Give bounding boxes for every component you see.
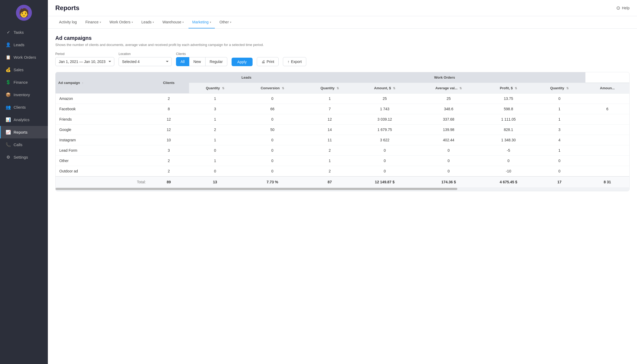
cell-campaign: Amazon: [56, 94, 148, 104]
cell-campaign: Facebook: [56, 104, 148, 114]
col-wo-avg: Average val... ⇅: [414, 83, 483, 94]
sidebar-item-leads[interactable]: 👤Leads: [0, 39, 48, 51]
cell-wo-amount: 25: [356, 94, 414, 104]
sidebar-item-analytics[interactable]: 📊Analytics: [0, 113, 48, 126]
tab-work-orders[interactable]: Work Orders▾: [106, 16, 137, 28]
sidebar-item-sales[interactable]: 💰Sales: [0, 64, 48, 76]
export-button[interactable]: ↑ Export: [283, 57, 306, 66]
cell-extra-amount: [585, 125, 629, 135]
section-description: Shows the number of clients and document…: [55, 43, 630, 47]
sidebar-item-label: Tasks: [14, 30, 24, 35]
col-header-campaign: Ad campaign ↑: [56, 72, 148, 94]
cell-clients: 2: [148, 156, 189, 166]
clients-label: Clients: [176, 52, 227, 56]
cell-wo-qty: 11: [304, 135, 356, 145]
cell-leads-qty: 0: [189, 166, 241, 177]
tab-finance[interactable]: Finance▾: [82, 16, 105, 28]
cell-leads-conv: 0: [241, 145, 304, 156]
cell-clients: 10: [148, 135, 189, 145]
cell-wo-avg: 139.98: [414, 125, 483, 135]
sidebar-item-reports[interactable]: 📈Reports: [0, 126, 48, 138]
cell-wo-amount: 3 039.12: [356, 114, 414, 125]
avatar: 🧑: [16, 5, 32, 21]
sidebar-item-work-orders[interactable]: 📋Work Orders: [0, 51, 48, 64]
cell-wo-avg: 0: [414, 156, 483, 166]
cell-wo-avg: 337.68: [414, 114, 483, 125]
cell-extra-qty: 1: [534, 104, 585, 114]
chevron-down-icon: ▾: [182, 21, 184, 24]
total-extra-qty: 17: [534, 176, 585, 187]
total-wo-avg: 174.36 $: [414, 176, 483, 187]
table-row: Instagram 10 1 0 11 3 622 402.44 1 348.3…: [56, 135, 629, 145]
cell-campaign: Instagram: [56, 135, 148, 145]
chevron-down-icon: ▾: [210, 21, 211, 24]
filters-row: Period Jan 1, 2021 — Jan 10, 2023 Locati…: [55, 52, 630, 66]
sort-icon-campaign[interactable]: ↑: [82, 81, 83, 84]
cell-campaign: Outdoor ad: [56, 166, 148, 177]
cell-campaign: Friends: [56, 114, 148, 125]
sidebar-item-inventory[interactable]: 📦Inventory: [0, 88, 48, 101]
sidebar-item-label: Clients: [14, 105, 26, 109]
cell-campaign: Google: [56, 125, 148, 135]
cell-clients: 2: [148, 166, 189, 177]
sidebar-item-label: Settings: [14, 155, 28, 159]
sidebar-item-label: Analytics: [14, 117, 30, 122]
print-button[interactable]: 🖨 Print: [257, 57, 279, 66]
total-wo-amount: 12 149.87 $: [356, 176, 414, 187]
tab-other[interactable]: Other▾: [216, 16, 235, 28]
sidebar-item-finance[interactable]: 💲Finance: [0, 76, 48, 88]
client-btn-regular[interactable]: Regular: [206, 57, 227, 66]
cell-leads-conv: 50: [241, 125, 304, 135]
tab-activity-log[interactable]: Activity log: [55, 16, 81, 28]
cell-extra-amount: [585, 135, 629, 145]
tab-warehouse[interactable]: Warehouse▾: [159, 16, 187, 28]
cell-leads-qty: 0: [189, 145, 241, 156]
location-select[interactable]: Selected 4: [119, 57, 172, 66]
sidebar-item-tasks[interactable]: ✓Tasks: [0, 26, 48, 39]
help-button[interactable]: ⊙ Help: [616, 5, 630, 11]
cell-leads-conv: 0: [241, 135, 304, 145]
location-filter: Location Selected 4: [119, 52, 172, 66]
clients-icon: 👥: [6, 105, 11, 110]
cell-wo-qty: 2: [304, 145, 356, 156]
sidebar-item-calls[interactable]: 📞Calls: [0, 138, 48, 151]
finance-icon: 💲: [6, 80, 11, 85]
sidebar-item-label: Reports: [14, 130, 28, 134]
cell-leads-qty: 2: [189, 125, 241, 135]
client-btn-new[interactable]: New: [189, 57, 206, 66]
table-scroll[interactable]: Ad campaign ↑ Clients Leads Work Orders …: [56, 72, 629, 187]
calls-icon: 📞: [6, 142, 11, 147]
cell-clients: 3: [148, 145, 189, 156]
tab-leads[interactable]: Leads▾: [138, 16, 158, 28]
sidebar-item-label: Work Orders: [14, 55, 36, 60]
cell-wo-avg: 348.6: [414, 104, 483, 114]
leads-icon: 👤: [6, 42, 11, 47]
sidebar-item-settings[interactable]: ⚙Settings: [0, 151, 48, 163]
cell-leads-conv: 0: [241, 166, 304, 177]
sidebar-item-clients[interactable]: 👥Clients: [0, 101, 48, 113]
client-btn-all[interactable]: All: [176, 57, 189, 66]
col-leads-conv: Conversion ⇅: [241, 83, 304, 94]
period-select[interactable]: Jan 1, 2021 — Jan 10, 2023: [55, 57, 114, 66]
cell-leads-qty: 1: [189, 135, 241, 145]
cell-leads-conv: 0: [241, 156, 304, 166]
cell-wo-amount: 0: [356, 166, 414, 177]
apply-button[interactable]: Apply: [232, 58, 253, 66]
header: Reports ⊙ Help: [48, 0, 637, 16]
cell-leads-conv: 66: [241, 104, 304, 114]
cell-clients: 2: [148, 94, 189, 104]
data-table-wrapper: Ad campaign ↑ Clients Leads Work Orders …: [55, 72, 630, 191]
table-row: Facebook 8 3 66 7 1 743 348.6 598.8 1 6: [56, 104, 629, 114]
tab-marketing[interactable]: Marketing▾: [188, 16, 215, 28]
sales-icon: 💰: [6, 67, 11, 72]
table-row: Google 12 2 50 14 1 679.75 139.98 828.1 …: [56, 125, 629, 135]
cell-wo-qty: 7: [304, 104, 356, 114]
content-area: Ad campaigns Shows the number of clients…: [48, 29, 637, 364]
help-icon: ⊙: [616, 5, 620, 11]
tab-label: Warehouse: [162, 20, 181, 24]
tab-label: Activity log: [59, 20, 77, 24]
table-row: Outdoor ad 2 0 0 2 0 0 -10 0: [56, 166, 629, 177]
sidebar-item-label: Sales: [14, 67, 24, 72]
sidebar: 🧑 ✓Tasks👤Leads📋Work Orders💰Sales💲Finance…: [0, 0, 48, 364]
period-label: Period: [55, 52, 114, 56]
